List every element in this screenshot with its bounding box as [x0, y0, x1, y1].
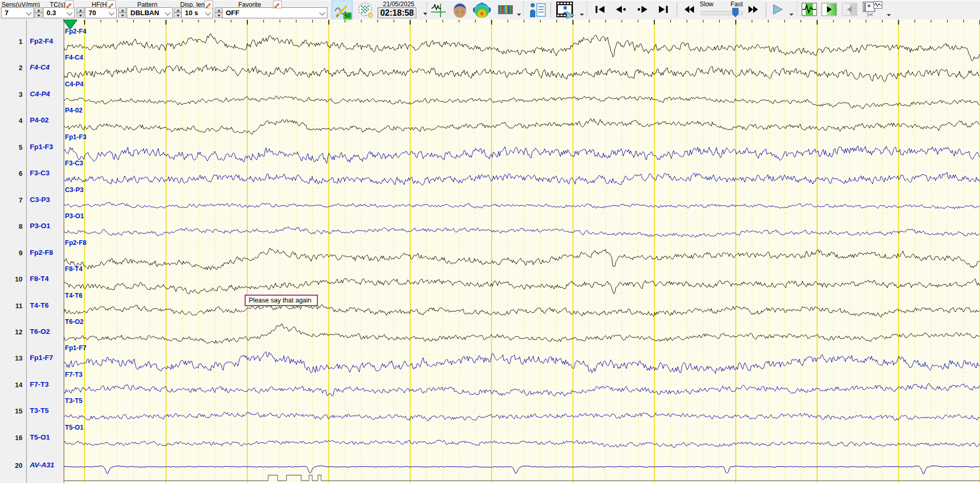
- sensitivity-spin-down[interactable]: [35, 13, 42, 18]
- average-waveform-button[interactable]: [428, 1, 448, 19]
- skip-last-icon: [658, 5, 669, 14]
- sidebar-channel-T6-O2[interactable]: T6-O2: [30, 328, 50, 335]
- trace-label-P3-O1: P3-O1: [65, 212, 84, 220]
- sidebar-channel-P4-02[interactable]: P4-02: [30, 116, 49, 124]
- favorite-edit-button[interactable]: [273, 1, 282, 8]
- pencil-icon: [107, 3, 114, 8]
- rewind-button[interactable]: [680, 2, 699, 17]
- channel-number: 5: [2, 143, 23, 151]
- sidebar-channel-C3-P3[interactable]: C3-P3: [30, 196, 50, 204]
- trace-label-Fp2-F8: Fp2-F8: [65, 239, 86, 246]
- play-icon: [772, 4, 784, 15]
- sidebar-channel-Fp2-F8[interactable]: Fp2-F8: [30, 249, 53, 256]
- go-first-button[interactable]: [591, 2, 609, 17]
- display-length-spinner: [215, 7, 223, 18]
- pencil-icon: [205, 3, 212, 8]
- spectrogram-button[interactable]: [494, 1, 516, 19]
- review-play-button[interactable]: [821, 1, 838, 18]
- notch-filter-button[interactable]: 50: [332, 1, 353, 20]
- play-dropdown-caret[interactable]: [789, 14, 794, 16]
- high-freq-filter-spin-up[interactable]: [118, 7, 126, 13]
- go-last-button[interactable]: [655, 2, 673, 17]
- channel-number: 14: [2, 381, 23, 389]
- sidebar-channel-C4-P4[interactable]: C4-P4: [30, 90, 50, 98]
- trace-label-T5-O1: T5-O1: [65, 424, 83, 431]
- display-length-spin-down[interactable]: [215, 13, 223, 18]
- display-length-dropdown[interactable]: 10 s: [181, 7, 213, 18]
- electrode-setup-button[interactable]: ⚙: [354, 1, 377, 19]
- fast-forward-icon: [746, 5, 760, 14]
- sensitivity-dropdown[interactable]: 7: [1, 7, 34, 18]
- topo-map-button[interactable]: [470, 1, 493, 19]
- high-freq-filter-spin-down[interactable]: [118, 13, 126, 18]
- sidebar-channel-T4-T6[interactable]: T4-T6: [30, 301, 49, 309]
- fast-forward-button[interactable]: [744, 2, 763, 17]
- sidebar-channel-F4-C4[interactable]: F4-C4: [30, 63, 50, 71]
- time-constant-edit-button[interactable]: [65, 1, 74, 8]
- display-length-edit-button[interactable]: [204, 1, 213, 8]
- review-wave-button[interactable]: [801, 1, 818, 18]
- green-play-icon: [821, 2, 837, 17]
- review-back-button-disabled: [841, 1, 858, 18]
- time-display: 02:18:58: [378, 7, 416, 18]
- sidebar-channel-F3-C3[interactable]: F3-C3: [30, 169, 50, 177]
- video-button[interactable]: [553, 1, 577, 19]
- favorite-dropdown[interactable]: OFF: [222, 7, 327, 18]
- time-constant-dropdown[interactable]: 0.3: [43, 7, 75, 18]
- step-forward-button[interactable]: [633, 2, 653, 17]
- spectrogram-dropdown-caret[interactable]: [517, 14, 521, 16]
- notch-50hz-badge: 50: [344, 13, 351, 19]
- time-constant-spin-up[interactable]: [76, 7, 84, 13]
- play-button[interactable]: [769, 2, 787, 17]
- sensitivity-spin-up[interactable]: [35, 7, 42, 13]
- waveform-cross-icon: [431, 2, 446, 18]
- sidebar-channel-F7-T3[interactable]: F7-T3: [30, 380, 49, 388]
- sidebar-channel-Fp1-F7[interactable]: Fp1-F7: [30, 354, 53, 362]
- toolbar-separator: [426, 2, 427, 17]
- slider-thumb[interactable]: [732, 8, 739, 14]
- patient-info-button[interactable]: [526, 1, 549, 19]
- trace-label-F8-T4: F8-T4: [65, 265, 82, 273]
- pattern-dropdown[interactable]: DBLBAN: [127, 7, 173, 18]
- channel-number: 3: [2, 91, 23, 98]
- pattern-spin-down[interactable]: [174, 13, 182, 18]
- sidebar-channel-AV-A31[interactable]: AV-A31: [30, 461, 54, 469]
- toolbar-separator: [550, 2, 551, 17]
- sidebar-channel-T5-O1[interactable]: T5-O1: [30, 433, 50, 441]
- trace-label-F4-C4: F4-C4: [65, 54, 83, 61]
- eeg-trace-area[interactable]: [63, 19, 980, 483]
- clip-video-button[interactable]: ✂: [862, 1, 884, 18]
- back-dot-icon: [614, 5, 627, 14]
- time-constant-spin-down[interactable]: [76, 13, 84, 18]
- toolbar-separator: [523, 2, 524, 17]
- channel-number: 13: [2, 354, 23, 362]
- sidebar-channel-P3-O1[interactable]: P3-O1: [30, 222, 50, 230]
- step-back-button[interactable]: [611, 2, 631, 17]
- trace-label-Fp1-F3: Fp1-F3: [65, 133, 86, 141]
- channel-number: 6: [2, 170, 23, 177]
- clip-dropdown-caret[interactable]: [887, 14, 891, 16]
- channel-number: 11: [2, 302, 23, 310]
- pencil-icon: [273, 3, 280, 8]
- slider-slow-label: Slow: [700, 1, 713, 8]
- rewind-icon: [682, 5, 696, 14]
- chevron-down-icon: [26, 9, 31, 15]
- channel-sidebar: 1Fp2-F42F4-C43C4-P44P4-025Fp1-F36F3-C37C…: [0, 19, 63, 483]
- speed-slider: Slow Fast: [700, 0, 743, 19]
- high-freq-filter-spinner: [118, 7, 126, 18]
- high-freq-filter-dropdown[interactable]: 70: [85, 7, 117, 18]
- channel-number: 4: [2, 117, 23, 125]
- high-freq-filter-edit-button[interactable]: [107, 1, 116, 8]
- chevron-down-icon: [67, 9, 72, 15]
- slider-fast-label: Fast: [731, 1, 743, 8]
- head-3d-map-button[interactable]: [449, 1, 470, 19]
- sidebar-channel-T3-T5[interactable]: T3-T5: [30, 407, 49, 414]
- sidebar-channel-F8-T4[interactable]: F8-T4: [30, 275, 49, 283]
- chevron-down-icon: [108, 9, 114, 15]
- sidebar-channel-Fp1-F3[interactable]: Fp1-F3: [30, 143, 53, 151]
- date-label: 21/05/2025: [376, 1, 421, 8]
- video-dropdown-caret[interactable]: [580, 14, 584, 16]
- main-toolbar: Sens(uV/mm)7TC(s)0.3HF(Hz)70PatternDBLBA…: [0, 0, 980, 20]
- sidebar-channel-Fp2-F4[interactable]: Fp2-F4: [30, 37, 53, 45]
- display-length-spin-up[interactable]: [215, 7, 223, 13]
